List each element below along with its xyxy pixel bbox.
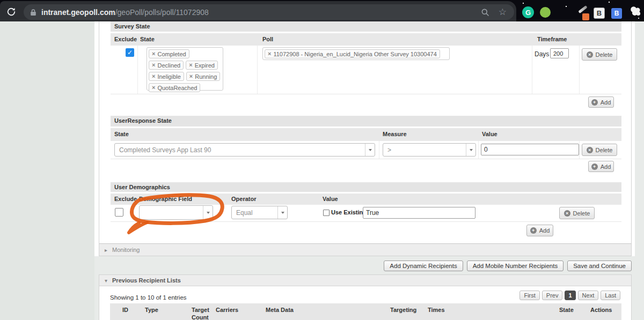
state-tag: ×Declined xyxy=(149,61,184,70)
col-poll: Poll xyxy=(262,36,273,42)
survey-state-add-row: +Add xyxy=(111,94,621,108)
state-tag: ×QuotaReached xyxy=(149,83,200,92)
value-input[interactable] xyxy=(481,144,579,155)
green-dot-extension-icon[interactable] xyxy=(540,7,551,18)
pagination-next[interactable]: Next xyxy=(578,291,599,300)
search-icon[interactable] xyxy=(481,8,489,17)
survey-state-section-header: Survey State xyxy=(111,21,621,32)
remove-tag-icon[interactable]: × xyxy=(189,62,192,68)
col-targeting: Targeting xyxy=(390,307,416,313)
demographic-field-select[interactable] xyxy=(139,205,213,220)
col-value: Value xyxy=(323,196,338,202)
col-actions: Actions xyxy=(590,307,612,313)
pagination-prev[interactable]: Prev xyxy=(542,291,563,300)
use-existing-checkbox[interactable] xyxy=(323,210,330,216)
user-response-column-headers: State Measure Value xyxy=(111,128,621,141)
remove-tag-icon[interactable]: × xyxy=(152,51,155,57)
demographic-value-input[interactable] xyxy=(363,207,475,219)
delete-icon: × xyxy=(587,51,593,58)
delete-button[interactable]: ×Delete xyxy=(582,144,617,156)
add-button[interactable]: +Add xyxy=(526,225,553,236)
remove-tag-icon[interactable]: × xyxy=(152,62,155,68)
b-white-extension-icon[interactable]: B xyxy=(594,8,605,19)
chevron-down-icon: ▾ xyxy=(105,278,107,284)
use-existing-label: Use Existing xyxy=(331,209,367,215)
add-icon: + xyxy=(591,99,598,106)
col-id: ID xyxy=(122,307,128,313)
reload-icon[interactable] xyxy=(6,6,17,17)
add-button[interactable]: +Add xyxy=(588,161,614,172)
column-divider xyxy=(579,46,580,94)
recipient-table-header: ID Type Target Count Carriers Meta Data … xyxy=(110,303,621,320)
footer-actions: Add Dynamic Recipients Add Mobile Number… xyxy=(99,261,632,271)
remove-tag-icon[interactable]: × xyxy=(152,73,155,79)
remove-tag-icon[interactable]: × xyxy=(268,51,271,57)
exclude-checkbox[interactable] xyxy=(115,208,123,217)
delete-button[interactable]: ×Delete xyxy=(559,207,595,219)
state-multiselect[interactable]: ×Completed ×Declined ×Expired ×Ineligibl… xyxy=(147,47,223,91)
page-left-margin xyxy=(0,21,94,320)
operator-select[interactable]: Equal xyxy=(231,206,288,219)
pagination-current-page[interactable]: 1 xyxy=(565,291,575,300)
delete-button[interactable]: ×Delete xyxy=(582,48,617,61)
poll-tag: ×11072908 - Nigeria_en_Lucid_Nigeria Oth… xyxy=(265,49,440,58)
browser-chrome: intranet.geopoll.com/geoPoll/polls/poll/… xyxy=(0,0,644,21)
user-response-row: Completed Surveys App Last 90 > ×Delete xyxy=(111,141,621,159)
address-bar[interactable]: intranet.geopoll.com/geoPoll/polls/poll/… xyxy=(24,4,514,20)
add-button[interactable]: +Add xyxy=(588,96,614,108)
col-target-count: Target Count xyxy=(192,307,216,320)
col-exclude: Exclude xyxy=(114,196,137,202)
days-label: Days xyxy=(535,50,549,58)
chevron-down-icon xyxy=(365,144,375,156)
poll-multiselect[interactable]: ×11072908 - Nigeria_en_Lucid_Nigeria Oth… xyxy=(262,47,450,60)
extensions-puzzle-icon[interactable] xyxy=(629,5,643,19)
column-divider xyxy=(532,46,532,94)
column-divider xyxy=(257,46,258,94)
orange-extension-icon[interactable] xyxy=(582,13,589,20)
survey-state-row: ✓ ×Completed ×Declined ×Expired ×Ineligi… xyxy=(111,46,621,94)
days-input[interactable] xyxy=(550,48,569,58)
col-state: State xyxy=(559,307,574,313)
b-blue-extension-icon[interactable]: B xyxy=(611,8,622,19)
remove-tag-icon[interactable]: × xyxy=(152,85,155,91)
col-state: State xyxy=(114,131,129,137)
state-select[interactable]: Completed Surveys App Last 90 xyxy=(114,143,375,157)
panel-left-gutter xyxy=(94,21,99,256)
browser-toolbar: intranet.geopoll.com/geoPoll/polls/poll/… xyxy=(0,1,516,21)
pagination-last[interactable]: Last xyxy=(601,291,620,300)
column-divider xyxy=(579,141,580,159)
previous-recipient-lists-accordion[interactable]: ▾ Previous Recipient Lists xyxy=(99,275,631,286)
col-operator: Operator xyxy=(231,196,256,202)
save-and-continue-button[interactable]: Save and Continue xyxy=(567,261,632,271)
col-times: Times xyxy=(428,307,445,313)
grammarly-extension-icon[interactable]: G xyxy=(522,6,534,18)
url-path: /geoPoll/polls/poll/11072908 xyxy=(115,8,209,17)
address-bar-actions: ☆ xyxy=(481,8,508,17)
column-divider xyxy=(478,141,479,159)
exclude-checkbox[interactable]: ✓ xyxy=(126,48,134,57)
col-meta-data: Meta Data xyxy=(266,307,294,313)
user-response-state-section-header: UserResponse State xyxy=(111,116,621,126)
remove-tag-icon[interactable]: × xyxy=(189,73,193,79)
user-response-add-row: +Add xyxy=(111,159,621,175)
monitoring-accordion[interactable]: ▸ Monitoring xyxy=(99,243,631,256)
add-icon: + xyxy=(530,227,537,234)
survey-state-column-headers: Exclude State Poll Timeframe xyxy=(111,33,621,46)
previous-recipient-lists-title: Previous Recipient Lists xyxy=(112,277,181,284)
delete-icon: × xyxy=(564,210,570,217)
col-demographic-field: Demographic Field xyxy=(139,196,192,202)
col-timeframe: Timeframe xyxy=(537,36,567,42)
add-dynamic-recipients-button[interactable]: Add Dynamic Recipients xyxy=(384,261,463,271)
column-divider xyxy=(137,46,138,94)
col-exclude: Exclude xyxy=(114,36,137,42)
pen-extension-icon[interactable] xyxy=(578,5,587,13)
bookmark-star-icon[interactable]: ☆ xyxy=(499,8,507,17)
user-demographics-section-header: User Demographics xyxy=(111,182,621,192)
col-state: State xyxy=(140,36,155,42)
add-mobile-number-recipients-button[interactable]: Add Mobile Number Recipients xyxy=(467,261,564,271)
pagination-first[interactable]: First xyxy=(519,291,539,300)
chevron-down-icon xyxy=(277,206,287,219)
measure-select[interactable]: > xyxy=(383,143,476,157)
url-text: intranet.geopoll.com/geoPoll/polls/poll/… xyxy=(41,8,209,17)
previous-recipient-lists-panel: ▾ Previous Recipient Lists Showing 1 to … xyxy=(99,274,632,320)
